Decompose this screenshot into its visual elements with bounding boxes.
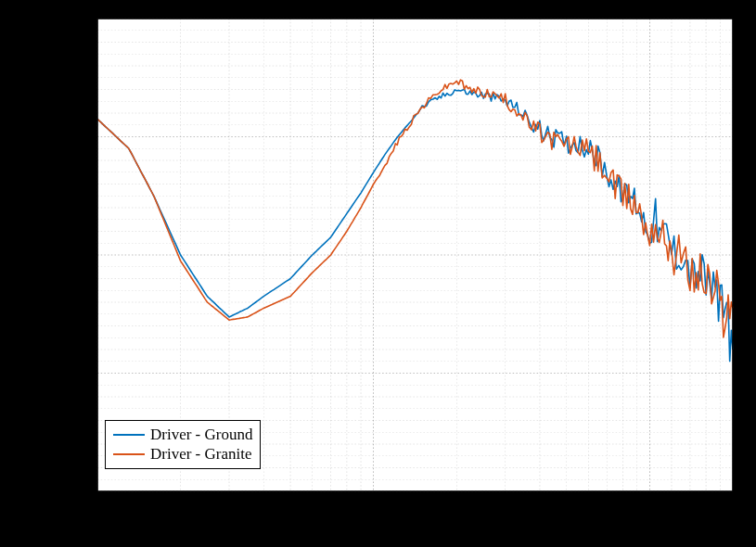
legend-item: Driver - Granite (113, 444, 252, 464)
line-swatch-icon (113, 434, 145, 436)
legend-item: Driver - Ground (113, 425, 252, 444)
legend-label: Driver - Ground (150, 425, 252, 444)
legend-label: Driver - Granite (150, 444, 252, 464)
line-swatch-icon (113, 453, 145, 455)
legend: Driver - Ground Driver - Granite (105, 420, 261, 469)
